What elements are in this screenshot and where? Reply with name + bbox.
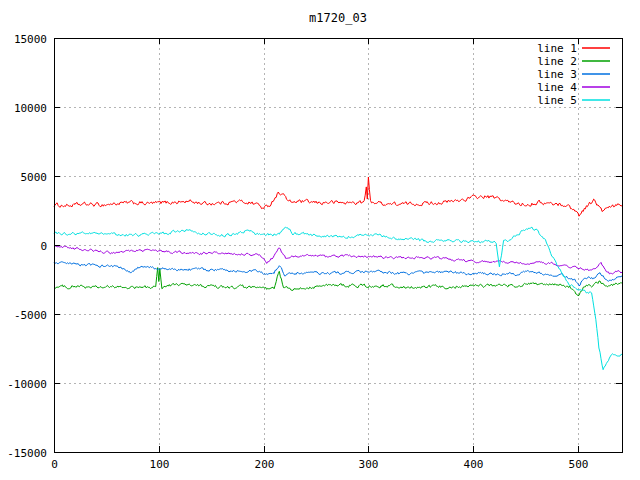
chart-canvas: 0100200300400500-15000-10000-50000500010… <box>0 0 640 480</box>
y-tick-label-10000: 10000 <box>14 102 47 115</box>
gnuplot-chart-page: 0100200300400500-15000-10000-50000500010… <box>0 0 640 480</box>
chart-title: m1720_03 <box>309 11 367 25</box>
x-tick-label-200: 200 <box>255 458 275 471</box>
legend-label-line-4: line 4 <box>537 81 577 94</box>
legend-label-line-2: line 2 <box>537 55 577 68</box>
legend-label-line-5: line 5 <box>537 94 577 107</box>
y-tick-label-0: 0 <box>40 240 47 253</box>
y-tick-label-5000: 5000 <box>21 171 48 184</box>
x-tick-label-0: 0 <box>51 458 58 471</box>
y-tick-label--10000: -10000 <box>7 378 47 391</box>
x-tick-label-300: 300 <box>359 458 379 471</box>
x-tick-label-400: 400 <box>464 458 484 471</box>
series-layer <box>54 177 622 370</box>
legend-label-line-3: line 3 <box>537 68 577 81</box>
series-line-3 <box>54 262 622 286</box>
y-tick-label--5000: -5000 <box>14 309 47 322</box>
x-tick-label-500: 500 <box>569 458 589 471</box>
axis-label-layer: 0100200300400500-15000-10000-50000500010… <box>7 33 588 472</box>
series-line-1 <box>54 177 622 216</box>
x-tick-label-100: 100 <box>150 458 170 471</box>
y-tick-label-15000: 15000 <box>14 33 47 46</box>
legend: line 1line 2line 3line 4line 5 <box>537 42 610 107</box>
series-line-4 <box>54 246 622 274</box>
y-tick-label--15000: -15000 <box>7 447 47 460</box>
series-line-5 <box>54 227 622 370</box>
legend-label-line-1: line 1 <box>537 42 577 55</box>
